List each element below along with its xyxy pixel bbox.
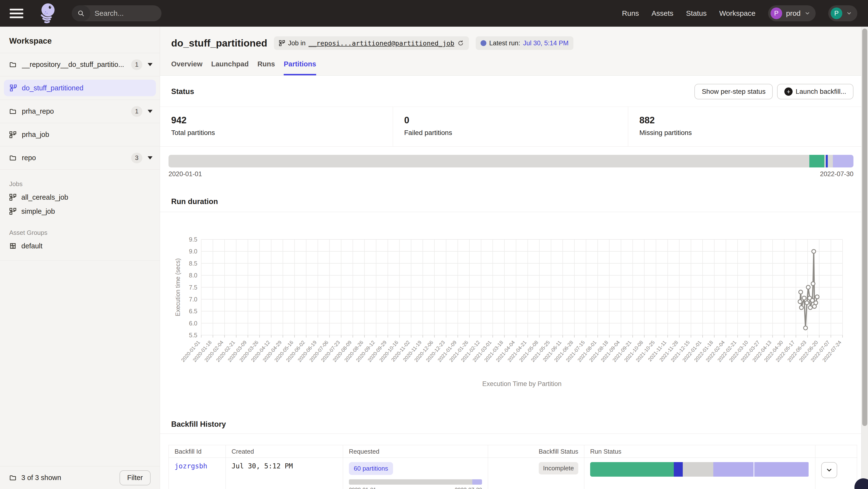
main-content: do_stuff_partitioned Job in __reposi...a… bbox=[160, 27, 861, 489]
job-icon bbox=[9, 208, 17, 215]
tab-partitions[interactable]: Partitions bbox=[284, 60, 316, 75]
nav-assets[interactable]: Assets bbox=[651, 9, 673, 18]
stat-label: Missing partitions bbox=[639, 129, 861, 137]
launch-backfill-button[interactable]: + Launch backfill... bbox=[777, 84, 854, 99]
shown-count: 3 of 3 shown bbox=[21, 474, 120, 482]
folder-icon bbox=[9, 154, 17, 162]
search-icon bbox=[72, 5, 90, 21]
folder-icon bbox=[9, 108, 17, 115]
nav-workspace[interactable]: Workspace bbox=[719, 9, 755, 18]
expand-row-button[interactable] bbox=[821, 462, 837, 478]
latest-run-tag: Latest run: Jul 30, 5:14 PM bbox=[476, 36, 574, 50]
sidebar-item-repository[interactable]: __repository__do_stuff_partitio... 1 bbox=[0, 53, 160, 76]
partition-status-bar[interactable] bbox=[168, 155, 854, 167]
page-title: do_stuff_partitioned bbox=[171, 38, 267, 49]
scrollbar-thumb[interactable] bbox=[862, 29, 867, 426]
tab-launchpad[interactable]: Launchpad bbox=[211, 60, 249, 75]
job-label: all_cereals_job bbox=[21, 193, 68, 201]
svg-text:6.0: 6.0 bbox=[189, 320, 197, 327]
latest-run-link[interactable]: Jul 30, 5:14 PM bbox=[523, 39, 568, 47]
svg-text:Execution Time by Partition: Execution Time by Partition bbox=[482, 380, 561, 388]
nav-runs[interactable]: Runs bbox=[622, 9, 639, 18]
job-icon bbox=[10, 84, 17, 92]
run-duration-chart: 9.59.08.58.07.57.06.56.05.52020-01-01202… bbox=[160, 212, 861, 410]
backfill-table: Backfill Id Created Requested Backfill S… bbox=[168, 445, 857, 489]
page-scrollbar bbox=[861, 27, 868, 489]
backfill-id-link[interactable]: jozrgsbh bbox=[175, 462, 207, 470]
repo-label: prha_repo bbox=[22, 107, 131, 115]
svg-text:8.5: 8.5 bbox=[189, 260, 197, 267]
deployment-switcher[interactable]: P prod bbox=[768, 5, 816, 21]
user-menu[interactable]: P bbox=[828, 5, 857, 21]
col-requested: Requested bbox=[343, 445, 488, 458]
tab-overview[interactable]: Overview bbox=[171, 60, 203, 75]
run-status-bar[interactable] bbox=[590, 462, 809, 477]
partition-range-end: 2022-07-30 bbox=[820, 170, 854, 178]
sidebar-item-prha-job[interactable]: prha_job bbox=[0, 123, 160, 146]
cell-run-status bbox=[584, 458, 815, 489]
job-origin-link[interactable]: __reposi...artitioned@partitioned_job bbox=[308, 39, 454, 47]
jobs-section-label: Jobs bbox=[0, 170, 160, 190]
dagster-logo[interactable] bbox=[37, 2, 58, 25]
show-per-step-status-button[interactable]: Show per-step status bbox=[694, 84, 773, 99]
menu-icon[interactable] bbox=[10, 7, 27, 20]
sidebar-item-all-cereals-job[interactable]: all_cereals_job bbox=[0, 190, 160, 204]
sidebar-item-repo[interactable]: repo 3 bbox=[0, 146, 160, 170]
search-input[interactable] bbox=[90, 9, 161, 18]
cell-created: Jul 30, 5:12 PM bbox=[226, 458, 343, 489]
run-duration-heading: Run duration bbox=[171, 197, 861, 206]
nav-status[interactable]: Status bbox=[686, 9, 707, 18]
col-actions bbox=[815, 445, 857, 458]
status-section-header: Status Show per-step status + Launch bac… bbox=[160, 75, 861, 107]
run-status-dot bbox=[480, 40, 486, 46]
sidebar-item-do-stuff-partitioned[interactable]: do_stuff_partitioned bbox=[4, 80, 156, 96]
stat-failed-partitions: 0 Failed partitions bbox=[393, 107, 628, 146]
sidebar-item-simple-job[interactable]: simple_job bbox=[0, 204, 160, 218]
requested-range-start: 2020-01-01 bbox=[349, 487, 376, 489]
col-created: Created bbox=[226, 445, 343, 458]
job-icon bbox=[9, 194, 17, 201]
stat-missing-partitions: 882 Missing partitions bbox=[628, 107, 861, 146]
stat-value: 882 bbox=[639, 115, 861, 126]
partition-stats: 942 Total partitions 0 Failed partitions… bbox=[160, 107, 861, 146]
caret-down-icon[interactable] bbox=[148, 156, 153, 159]
requested-partitions-chip[interactable]: 60 partitions bbox=[349, 462, 393, 475]
stat-total-partitions: 942 Total partitions bbox=[160, 107, 393, 146]
filter-button[interactable]: Filter bbox=[120, 470, 151, 485]
cell-backfill-id: jozrgsbh bbox=[169, 458, 226, 489]
requested-partition-bar bbox=[349, 479, 482, 485]
job-tag-prefix: Job in bbox=[288, 39, 306, 47]
sidebar-item-selected-job: do_stuff_partitioned bbox=[0, 76, 160, 100]
tab-runs[interactable]: Runs bbox=[257, 60, 275, 75]
created-timestamp: Jul 30, 5:12 PM bbox=[231, 462, 293, 470]
top-navbar: / Runs Assets Status Workspace P prod P bbox=[0, 0, 868, 27]
col-backfill-id: Backfill Id bbox=[169, 445, 226, 458]
svg-text:6.5: 6.5 bbox=[189, 308, 197, 315]
repo-list: __repository__do_stuff_partitio... 1 do_… bbox=[0, 53, 160, 170]
chevron-down-icon bbox=[804, 10, 810, 16]
svg-text:9.0: 9.0 bbox=[189, 248, 197, 255]
caret-down-icon[interactable] bbox=[148, 110, 153, 113]
execution-time-chart: 9.59.08.58.07.57.06.56.05.52020-01-01202… bbox=[165, 231, 854, 410]
sidebar-item-default-asset-group[interactable]: default bbox=[0, 239, 160, 253]
caret-down-icon[interactable] bbox=[148, 63, 153, 66]
col-run-status: Run Status bbox=[584, 445, 815, 458]
repo-label: __repository__do_stuff_partitio... bbox=[22, 61, 131, 69]
stat-value: 0 bbox=[404, 115, 628, 126]
plus-circle-icon: + bbox=[784, 88, 793, 96]
chevron-down-icon bbox=[846, 10, 852, 16]
svg-text:7.0: 7.0 bbox=[189, 296, 197, 303]
sidebar-title: Workspace bbox=[0, 27, 160, 53]
partition-range-start: 2020-01-01 bbox=[168, 170, 202, 178]
folder-icon bbox=[9, 61, 17, 68]
col-backfill-status: Backfill Status bbox=[488, 445, 584, 458]
cell-requested: 60 partitions 2020-01-01 2022-07-30 bbox=[343, 458, 488, 489]
stat-value: 942 bbox=[171, 115, 393, 126]
reload-icon[interactable] bbox=[457, 40, 464, 46]
sidebar-item-prha-repo[interactable]: prha_repo 1 bbox=[0, 100, 160, 123]
latest-run-label: Latest run: bbox=[489, 39, 520, 47]
run-duration-header: Run duration bbox=[160, 178, 861, 212]
cell-backfill-status: Incomplete bbox=[488, 458, 584, 489]
requested-range-end: 2022-07-30 bbox=[455, 487, 482, 489]
user-avatar: P bbox=[831, 7, 842, 19]
